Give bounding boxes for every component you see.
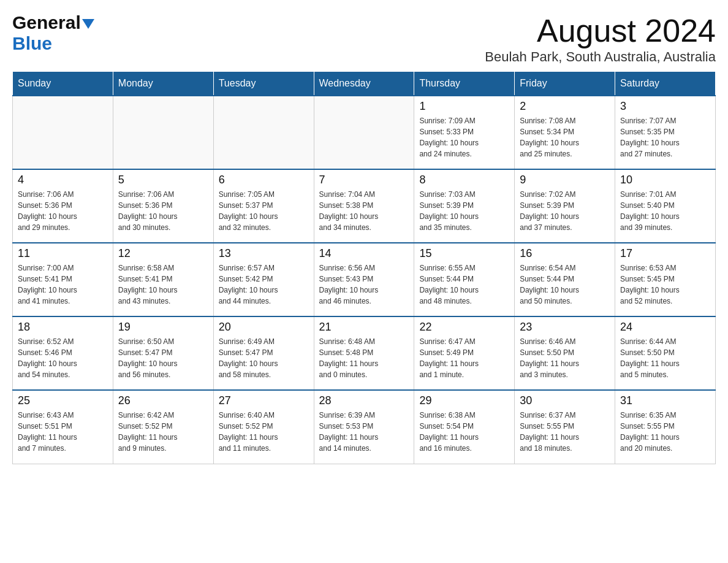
day-info: Sunrise: 7:02 AM Sunset: 5:39 PM Dayligh…: [520, 189, 610, 233]
calendar-cell: 29Sunrise: 6:38 AM Sunset: 5:54 PM Dayli…: [414, 390, 515, 464]
day-info: Sunrise: 6:57 AM Sunset: 5:42 PM Dayligh…: [219, 262, 309, 307]
day-info: Sunrise: 6:48 AM Sunset: 5:48 PM Dayligh…: [319, 336, 409, 380]
day-number: 12: [118, 247, 208, 260]
day-number: 26: [118, 394, 208, 407]
day-info: Sunrise: 6:44 AM Sunset: 5:50 PM Dayligh…: [620, 336, 710, 380]
day-number: 31: [620, 394, 710, 407]
day-info: Sunrise: 7:00 AM Sunset: 5:41 PM Dayligh…: [18, 262, 108, 307]
location-subtitle: Beulah Park, South Australia, Australia: [485, 49, 716, 65]
day-info: Sunrise: 6:50 AM Sunset: 5:47 PM Dayligh…: [118, 336, 208, 380]
calendar-cell: [314, 96, 414, 169]
day-info: Sunrise: 6:52 AM Sunset: 5:46 PM Dayligh…: [18, 336, 108, 380]
calendar-cell: 26Sunrise: 6:42 AM Sunset: 5:52 PM Dayli…: [113, 390, 213, 464]
header: General Blue August 2024 Beulah Park, So…: [12, 12, 716, 65]
calendar-cell: 17Sunrise: 6:53 AM Sunset: 5:45 PM Dayli…: [615, 243, 716, 316]
calendar-cell: [13, 96, 113, 169]
day-number: 10: [620, 174, 710, 186]
day-header-thursday: Thursday: [414, 72, 515, 96]
calendar-cell: 3Sunrise: 7:07 AM Sunset: 5:35 PM Daylig…: [615, 96, 716, 169]
calendar-cell: 8Sunrise: 7:03 AM Sunset: 5:39 PM Daylig…: [414, 169, 515, 243]
day-number: 24: [620, 321, 710, 334]
calendar-cell: 30Sunrise: 6:37 AM Sunset: 5:55 PM Dayli…: [515, 390, 615, 464]
calendar-cell: 12Sunrise: 6:58 AM Sunset: 5:41 PM Dayli…: [113, 243, 213, 316]
day-info: Sunrise: 6:53 AM Sunset: 5:45 PM Dayligh…: [620, 262, 710, 307]
day-info: Sunrise: 7:06 AM Sunset: 5:36 PM Dayligh…: [118, 189, 208, 233]
day-header-sunday: Sunday: [13, 72, 113, 96]
day-number: 18: [18, 321, 108, 334]
calendar-cell: 22Sunrise: 6:47 AM Sunset: 5:49 PM Dayli…: [414, 316, 515, 390]
day-header-wednesday: Wednesday: [314, 72, 414, 96]
day-number: 11: [18, 247, 108, 260]
day-info: Sunrise: 7:03 AM Sunset: 5:39 PM Dayligh…: [419, 189, 509, 233]
calendar-cell: 19Sunrise: 6:50 AM Sunset: 5:47 PM Dayli…: [113, 316, 213, 390]
day-info: Sunrise: 6:40 AM Sunset: 5:52 PM Dayligh…: [219, 410, 309, 454]
calendar-cell: 16Sunrise: 6:54 AM Sunset: 5:44 PM Dayli…: [515, 243, 615, 316]
svg-marker-0: [82, 19, 94, 29]
day-info: Sunrise: 7:07 AM Sunset: 5:35 PM Dayligh…: [620, 115, 710, 159]
week-row-3: 11Sunrise: 7:00 AM Sunset: 5:41 PM Dayli…: [13, 243, 716, 316]
day-info: Sunrise: 7:04 AM Sunset: 5:38 PM Dayligh…: [319, 189, 409, 233]
day-number: 7: [319, 174, 409, 186]
day-info: Sunrise: 6:39 AM Sunset: 5:53 PM Dayligh…: [319, 410, 409, 454]
calendar-cell: 11Sunrise: 7:00 AM Sunset: 5:41 PM Dayli…: [13, 243, 113, 316]
day-number: 13: [219, 247, 309, 260]
day-number: 6: [219, 174, 309, 186]
day-number: 8: [419, 174, 509, 186]
logo-blue-text: Blue: [12, 33, 52, 53]
day-info: Sunrise: 7:01 AM Sunset: 5:40 PM Dayligh…: [620, 189, 710, 233]
week-row-5: 25Sunrise: 6:43 AM Sunset: 5:51 PM Dayli…: [13, 390, 716, 464]
day-number: 29: [419, 394, 509, 407]
calendar-cell: 31Sunrise: 6:35 AM Sunset: 5:55 PM Dayli…: [615, 390, 716, 464]
day-header-tuesday: Tuesday: [213, 72, 314, 96]
week-row-1: 1Sunrise: 7:09 AM Sunset: 5:33 PM Daylig…: [13, 96, 716, 169]
day-number: 23: [520, 321, 610, 334]
day-info: Sunrise: 6:54 AM Sunset: 5:44 PM Dayligh…: [520, 262, 610, 307]
title-area: August 2024 Beulah Park, South Australia…: [485, 12, 716, 65]
day-info: Sunrise: 6:35 AM Sunset: 5:55 PM Dayligh…: [620, 410, 710, 454]
calendar-cell: 18Sunrise: 6:52 AM Sunset: 5:46 PM Dayli…: [13, 316, 113, 390]
day-number: 17: [620, 247, 710, 260]
calendar-cell: 4Sunrise: 7:06 AM Sunset: 5:36 PM Daylig…: [13, 169, 113, 243]
day-info: Sunrise: 6:46 AM Sunset: 5:50 PM Dayligh…: [520, 336, 610, 380]
day-info: Sunrise: 6:55 AM Sunset: 5:44 PM Dayligh…: [419, 262, 509, 307]
day-info: Sunrise: 6:42 AM Sunset: 5:52 PM Dayligh…: [118, 410, 208, 454]
day-number: 27: [219, 394, 309, 407]
calendar-cell: 1Sunrise: 7:09 AM Sunset: 5:33 PM Daylig…: [414, 96, 515, 169]
day-number: 3: [620, 100, 710, 113]
calendar-cell: 23Sunrise: 6:46 AM Sunset: 5:50 PM Dayli…: [515, 316, 615, 390]
day-info: Sunrise: 6:38 AM Sunset: 5:54 PM Dayligh…: [419, 410, 509, 454]
calendar-cell: [213, 96, 314, 169]
calendar-cell: 14Sunrise: 6:56 AM Sunset: 5:43 PM Dayli…: [314, 243, 414, 316]
calendar-cell: 28Sunrise: 6:39 AM Sunset: 5:53 PM Dayli…: [314, 390, 414, 464]
calendar-cell: 10Sunrise: 7:01 AM Sunset: 5:40 PM Dayli…: [615, 169, 716, 243]
week-row-2: 4Sunrise: 7:06 AM Sunset: 5:36 PM Daylig…: [13, 169, 716, 243]
day-header-monday: Monday: [113, 72, 213, 96]
calendar-title: August 2024: [485, 12, 716, 49]
day-number: 16: [520, 247, 610, 260]
calendar-header-row: SundayMondayTuesdayWednesdayThursdayFrid…: [13, 72, 716, 96]
calendar-cell: 21Sunrise: 6:48 AM Sunset: 5:48 PM Dayli…: [314, 316, 414, 390]
day-number: 28: [319, 394, 409, 407]
day-number: 22: [419, 321, 509, 334]
logo-general-text: General: [12, 12, 81, 33]
day-info: Sunrise: 6:37 AM Sunset: 5:55 PM Dayligh…: [520, 410, 610, 454]
day-number: 21: [319, 321, 409, 334]
calendar-cell: 6Sunrise: 7:05 AM Sunset: 5:37 PM Daylig…: [213, 169, 314, 243]
day-number: 14: [319, 247, 409, 260]
calendar-cell: 24Sunrise: 6:44 AM Sunset: 5:50 PM Dayli…: [615, 316, 716, 390]
day-number: 2: [520, 100, 610, 113]
day-number: 30: [520, 394, 610, 407]
day-number: 19: [118, 321, 208, 334]
day-number: 15: [419, 247, 509, 260]
day-number: 25: [18, 394, 108, 407]
day-number: 9: [520, 174, 610, 186]
logo: General Blue: [12, 12, 94, 54]
calendar-cell: 5Sunrise: 7:06 AM Sunset: 5:36 PM Daylig…: [113, 169, 213, 243]
day-info: Sunrise: 6:47 AM Sunset: 5:49 PM Dayligh…: [419, 336, 509, 380]
logo-triangle-icon: [82, 19, 94, 29]
calendar-cell: 7Sunrise: 7:04 AM Sunset: 5:38 PM Daylig…: [314, 169, 414, 243]
calendar-cell: 27Sunrise: 6:40 AM Sunset: 5:52 PM Dayli…: [213, 390, 314, 464]
day-info: Sunrise: 7:06 AM Sunset: 5:36 PM Dayligh…: [18, 189, 108, 233]
day-info: Sunrise: 7:08 AM Sunset: 5:34 PM Dayligh…: [520, 115, 610, 159]
day-header-friday: Friday: [515, 72, 615, 96]
